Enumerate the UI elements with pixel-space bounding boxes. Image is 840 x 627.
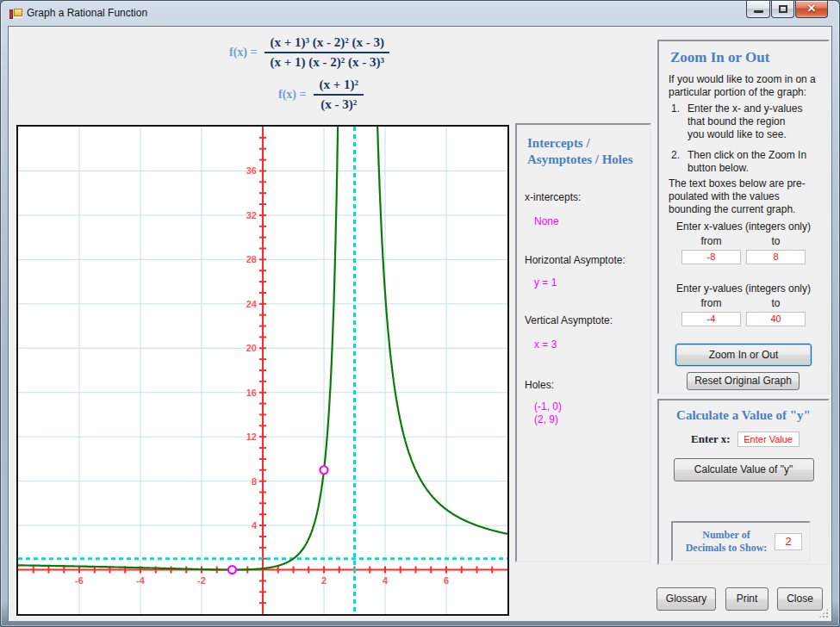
zoom-panel-note: The text boxes below are pre- poulated w… bbox=[669, 177, 832, 216]
calculate-panel-title: Calculate a Value of "y" bbox=[659, 408, 828, 423]
formula-simplified-denominator: (x - 3)² bbox=[314, 96, 364, 112]
enter-x-input[interactable]: Enter Value bbox=[737, 431, 800, 447]
svg-text:-6: -6 bbox=[75, 575, 84, 586]
svg-text:-4: -4 bbox=[136, 575, 146, 586]
hole-value-1: (-1, 0) bbox=[534, 400, 562, 413]
reset-original-graph-button[interactable]: Reset Original Graph bbox=[687, 372, 800, 390]
maximize-icon bbox=[779, 5, 787, 13]
formula-simplified-label: f(x) = bbox=[278, 88, 306, 102]
svg-text:32: 32 bbox=[246, 210, 257, 220]
formula-original-label: f(x) = bbox=[229, 46, 257, 59]
app-icon bbox=[9, 7, 22, 20]
minimize-icon bbox=[754, 10, 763, 13]
zoom-step-1: 1. Enter the x- and y-values that bound … bbox=[671, 102, 817, 141]
titlebar[interactable]: Graph a Rational Function ✕ bbox=[1, 1, 839, 26]
zoom-panel-steps: 1. Enter the x- and y-values that bound … bbox=[671, 102, 817, 183]
vertical-asymptote-value: x = 3 bbox=[534, 338, 557, 351]
svg-text:12: 12 bbox=[246, 431, 257, 442]
svg-text:6: 6 bbox=[444, 575, 449, 586]
y-to-input[interactable]: 40 bbox=[746, 312, 806, 326]
graph-canvas[interactable]: -6-4-22464812162024283236 bbox=[16, 125, 509, 616]
app-window: Graph a Rational Function ✕ f(x) = (x + … bbox=[0, 0, 840, 627]
graph-svg: -6-4-22464812162024283236 bbox=[18, 127, 507, 614]
formula-original: f(x) = (x + 1)³ (x - 2)² (x - 3) (x + 1)… bbox=[229, 35, 389, 70]
intercepts-panel: Intercepts / Asymptotes / Holes x-interc… bbox=[515, 123, 651, 562]
svg-text:20: 20 bbox=[246, 343, 257, 353]
client-area: f(x) = (x + 1)³ (x - 2)² (x - 3) (x + 1)… bbox=[8, 26, 832, 621]
svg-text:2: 2 bbox=[321, 575, 327, 586]
svg-text:36: 36 bbox=[246, 165, 257, 176]
formula-simplified-fraction: (x + 1)² (x - 3)² bbox=[314, 78, 364, 112]
y-from-input[interactable]: -4 bbox=[681, 312, 741, 326]
glossary-button[interactable]: Glossary bbox=[656, 587, 716, 611]
zoom-panel-intro: If you would like to zoom in on a partic… bbox=[669, 73, 832, 99]
close-dialog-button[interactable]: Close bbox=[777, 587, 823, 611]
y-values-label: Enter y-values (integers only) bbox=[659, 282, 828, 295]
window-title: Graph a Rational Function bbox=[27, 7, 147, 19]
y-to-label: to bbox=[746, 297, 806, 309]
zoom-panel: Zoom In or Out If you would like to zoom… bbox=[657, 40, 830, 394]
calculate-value-button[interactable]: Calculate Value of "y" bbox=[674, 458, 814, 481]
zoom-in-or-out-button[interactable]: Zoom In or Out bbox=[675, 344, 812, 366]
svg-text:4: 4 bbox=[383, 575, 389, 586]
formula-simplified-numerator: (x + 1)² bbox=[314, 78, 364, 96]
horizontal-asymptote-label: Horizontal Asymptote: bbox=[525, 254, 625, 266]
formula-simplified: f(x) = (x + 1)² (x - 3)² bbox=[278, 78, 364, 112]
formula-original-denominator: (x + 1) (x - 2)² (x - 3)³ bbox=[264, 53, 389, 70]
close-button[interactable]: ✕ bbox=[795, 1, 828, 18]
x-to-label: to bbox=[746, 235, 806, 247]
y-from-label: from bbox=[681, 297, 741, 309]
zoom-panel-title: Zoom In or Out bbox=[670, 49, 769, 66]
decimals-box: Number of Decimals to Show: 2 bbox=[671, 521, 811, 562]
holes-label: Holes: bbox=[525, 379, 554, 391]
x-from-input[interactable]: -8 bbox=[681, 250, 741, 264]
svg-text:4: 4 bbox=[252, 520, 258, 531]
vertical-asymptote-label: Vertical Asymptote: bbox=[525, 314, 613, 326]
formula-original-fraction: (x + 1)³ (x - 2)² (x - 3) (x + 1) (x - 2… bbox=[264, 35, 389, 70]
intercepts-panel-title: Intercepts / Asymptotes / Holes bbox=[527, 135, 633, 168]
x-intercepts-value: None bbox=[534, 215, 559, 227]
x-values-label: Enter x-values (integers only) bbox=[659, 220, 828, 233]
horizontal-asymptote-value: y = 1 bbox=[534, 276, 557, 289]
minimize-button[interactable] bbox=[746, 1, 770, 18]
svg-text:28: 28 bbox=[246, 254, 257, 264]
zoom-step-2: 2. Then click on the Zoom In button belo… bbox=[671, 149, 817, 175]
svg-text:-2: -2 bbox=[197, 575, 206, 586]
decimals-label: Number of Decimals to Show: bbox=[678, 529, 775, 555]
print-button[interactable]: Print bbox=[725, 587, 768, 611]
svg-text:24: 24 bbox=[246, 299, 258, 309]
svg-text:8: 8 bbox=[252, 476, 257, 487]
x-from-label: from bbox=[681, 235, 741, 247]
maximize-button[interactable] bbox=[771, 1, 794, 18]
formula-original-numerator: (x + 1)³ (x - 2)² (x - 3) bbox=[264, 35, 389, 53]
hole-value-2: (2, 9) bbox=[534, 413, 558, 425]
x-to-input[interactable]: 8 bbox=[746, 250, 806, 264]
calculate-panel: Calculate a Value of "y" Enter x: Enter … bbox=[657, 399, 830, 565]
svg-text:16: 16 bbox=[246, 388, 257, 398]
x-intercepts-label: x-intercepts: bbox=[525, 191, 581, 203]
close-icon: ✕ bbox=[796, 2, 827, 15]
decimals-input[interactable]: 2 bbox=[775, 533, 802, 550]
enter-x-label: Enter x: bbox=[691, 432, 731, 446]
